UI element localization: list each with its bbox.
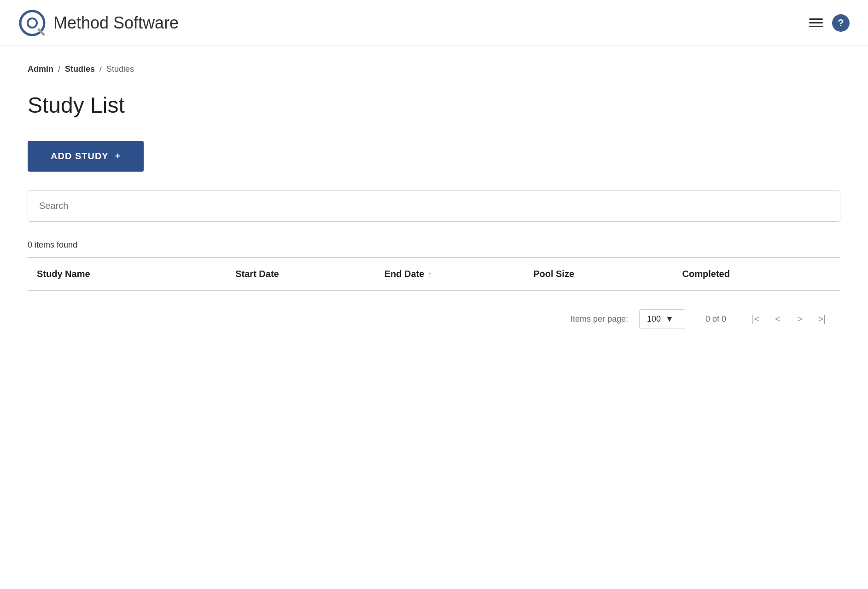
items-per-page-label: Items per page: — [571, 314, 628, 324]
breadcrumb-admin[interactable]: Admin — [28, 64, 53, 74]
add-study-plus-icon: + — [115, 151, 121, 162]
search-input[interactable] — [28, 190, 840, 222]
breadcrumb-sep-2: / — [99, 64, 102, 74]
add-study-button[interactable]: ADD STUDY + — [28, 141, 144, 172]
col-start-date-label: Start Date — [235, 269, 279, 279]
page-info: 0 of 0 — [705, 314, 726, 324]
pagination-controls: |< < > >| — [746, 310, 831, 329]
page-title: Study List — [28, 92, 840, 118]
table-header: Study Name Start Date End Date ↑ Pool Si… — [28, 258, 840, 291]
col-study-name[interactable]: Study Name — [37, 269, 235, 279]
main-content: Admin / Studies / Studies Study List ADD… — [0, 46, 868, 366]
prev-page-button[interactable]: < — [769, 310, 787, 329]
pagination-bar: Items per page: 100 ▼ 0 of 0 |< < > >| — [28, 291, 840, 347]
next-page-button[interactable]: > — [791, 310, 809, 329]
col-completed-label: Completed — [682, 269, 730, 279]
breadcrumb-current: Studies — [106, 64, 134, 74]
items-found: 0 items found — [28, 240, 840, 250]
add-study-label: ADD STUDY — [51, 151, 109, 162]
header-left: Method Software — [18, 9, 179, 37]
col-completed[interactable]: Completed — [682, 269, 831, 279]
breadcrumb-sep-1: / — [58, 64, 60, 74]
last-page-button[interactable]: >| — [813, 310, 831, 329]
header: Method Software ? — [0, 0, 868, 46]
items-per-page-select[interactable]: 100 ▼ — [639, 309, 685, 329]
col-end-date[interactable]: End Date ↑ — [384, 269, 533, 279]
col-start-date[interactable]: Start Date — [235, 269, 384, 279]
items-per-page-value: 100 — [647, 314, 661, 324]
header-right: ? — [809, 14, 850, 32]
breadcrumb-studies[interactable]: Studies — [65, 64, 95, 74]
help-icon[interactable]: ? — [832, 14, 850, 32]
items-per-page-dropdown-icon: ▼ — [665, 314, 674, 324]
table-container: Study Name Start Date End Date ↑ Pool Si… — [28, 257, 840, 291]
app-title: Method Software — [53, 13, 179, 33]
col-pool-size[interactable]: Pool Size — [533, 269, 682, 279]
search-container — [28, 190, 840, 222]
first-page-button[interactable]: |< — [746, 310, 765, 329]
svg-point-1 — [28, 18, 37, 28]
app-logo — [18, 9, 46, 37]
menu-icon[interactable] — [809, 18, 823, 27]
end-date-sort-icon: ↑ — [428, 270, 431, 278]
col-study-name-label: Study Name — [37, 269, 90, 279]
col-pool-size-label: Pool Size — [533, 269, 574, 279]
col-end-date-label: End Date — [384, 269, 425, 279]
breadcrumb: Admin / Studies / Studies — [28, 64, 840, 74]
